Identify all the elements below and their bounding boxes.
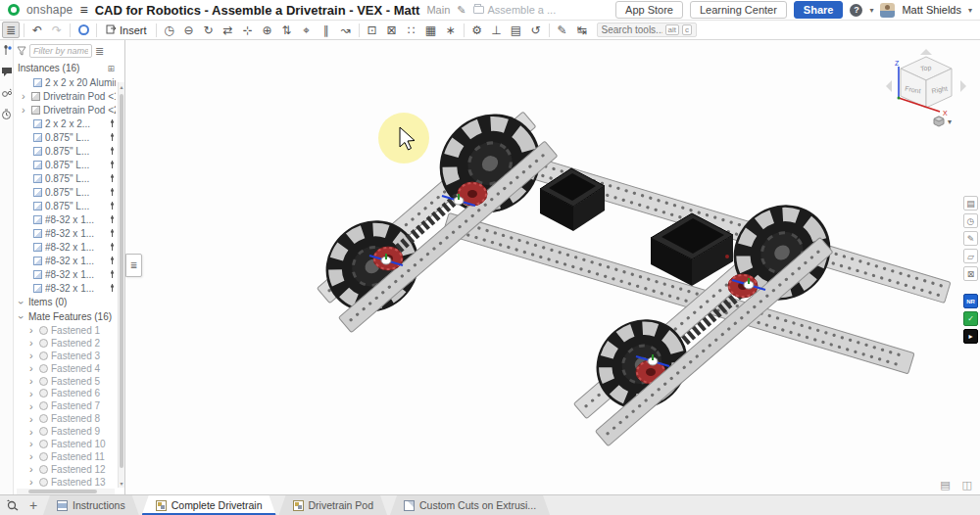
pin-tool-icon[interactable] bbox=[1, 44, 13, 56]
user-caret-icon[interactable]: ▾ bbox=[968, 6, 972, 15]
extension-green-icon[interactable]: ✓ bbox=[963, 311, 978, 326]
mate-fastened-1[interactable]: › Fastened 1 bbox=[14, 324, 124, 337]
instance-0875-l-4[interactable]: › 0.875" L... bbox=[14, 171, 124, 185]
cylindrical-mate-icon[interactable]: ⊕ bbox=[259, 22, 276, 38]
follow-mode-icon[interactable] bbox=[1, 87, 13, 99]
fastened-mate-icon[interactable]: ⊖ bbox=[180, 22, 198, 38]
revolute-mate-icon[interactable]: ↻ bbox=[200, 22, 218, 38]
mate-fastened-10[interactable]: › Fastened 10 bbox=[14, 438, 124, 450]
scroll-down-icon[interactable]: ▾ bbox=[119, 480, 124, 487]
view-options-menu[interactable]: ▾ bbox=[933, 116, 952, 127]
relations-icon[interactable]: ⚙ bbox=[468, 22, 486, 38]
main-menu-icon[interactable]: ≡ bbox=[79, 2, 87, 18]
named-positions-icon[interactable]: ⊥ bbox=[488, 22, 506, 38]
panel-edit-icon[interactable]: ✎ bbox=[963, 231, 978, 246]
mate-connector-icon[interactable]: ◷ bbox=[161, 22, 178, 38]
scroll-up-icon[interactable]: ▴ bbox=[119, 83, 124, 90]
chevron-right-icon[interactable]: › bbox=[29, 337, 36, 349]
redo-button[interactable]: ↷ bbox=[48, 22, 66, 38]
mate-fastened-4[interactable]: › Fastened 4 bbox=[14, 362, 124, 375]
viewcube-arrow-right[interactable] bbox=[960, 80, 966, 92]
add-tab-button[interactable]: + bbox=[24, 495, 43, 515]
mate-fastened-9[interactable]: › Fastened 9 bbox=[14, 425, 124, 438]
instance-drivetrain-pod-1[interactable]: › Drivetrain Pod <1> bbox=[14, 89, 124, 103]
instance-2x2x20-aluminum[interactable]: › 2 x 2 x 20 Aluminu... bbox=[14, 75, 124, 89]
link-icon[interactable]: ✎ bbox=[457, 4, 466, 17]
tangent-mate-icon[interactable]: ↝ bbox=[337, 22, 355, 38]
mate-fastened-5[interactable]: › Fastened 5 bbox=[14, 375, 124, 388]
mate-fastened-2[interactable]: › Fastened 2 bbox=[14, 337, 124, 350]
mate-fastened-11[interactable]: › Fastened 11 bbox=[14, 450, 124, 463]
extension-video-icon[interactable]: ▸ bbox=[963, 329, 978, 344]
instance-2x2x2[interactable]: › 2 x 2 x 2... bbox=[14, 117, 124, 130]
chevron-right-icon[interactable]: › bbox=[29, 388, 36, 399]
chevron-down-icon[interactable]: › bbox=[16, 313, 27, 321]
instance-0875-l-6[interactable]: › 0.875" L... bbox=[14, 199, 124, 212]
assembly-tree-toggle[interactable]: ≣ bbox=[2, 22, 20, 38]
chevron-right-icon[interactable]: › bbox=[29, 438, 36, 449]
share-button[interactable]: Share bbox=[794, 1, 844, 19]
undo-button[interactable]: ↶ bbox=[28, 22, 46, 38]
viewcube-arrow-up[interactable] bbox=[920, 49, 932, 55]
tab-drivetrain-pod[interactable]: Drivetrain Pod bbox=[279, 495, 388, 515]
revert-icon[interactable]: ↺ bbox=[527, 22, 545, 38]
tab-custom-cuts[interactable]: Custom Cuts on Extrusi... bbox=[390, 495, 550, 515]
measure-corner-icon[interactable]: ◫ bbox=[962, 479, 972, 492]
display-states-icon[interactable]: ▦ bbox=[422, 22, 440, 38]
chevron-right-icon[interactable]: › bbox=[22, 90, 28, 102]
linear-pattern-icon[interactable]: ∷ bbox=[403, 22, 420, 38]
drivetrain-assembly-model[interactable] bbox=[126, 40, 980, 494]
view-cube[interactable]: Top Front Right Z X bbox=[877, 45, 975, 123]
comments-icon[interactable] bbox=[1, 66, 13, 77]
chevron-right-icon[interactable]: › bbox=[29, 324, 36, 336]
cross-rail-top[interactable] bbox=[477, 141, 951, 303]
viewcube-arrow-left[interactable] bbox=[886, 80, 892, 92]
group-icon[interactable]: ⊡ bbox=[364, 22, 381, 38]
instance-drivetrain-pod-2[interactable]: › Drivetrain Pod <2> bbox=[14, 103, 124, 117]
instance-832-screw-5[interactable]: › #8-32 x 1... bbox=[14, 267, 124, 281]
extension-blue-icon[interactable]: NR bbox=[963, 294, 978, 308]
search-tools[interactable]: alt c bbox=[597, 23, 697, 37]
exploded-view-icon[interactable]: ∗ bbox=[442, 22, 460, 38]
panel-clean-icon[interactable]: ▱ bbox=[963, 249, 978, 263]
instance-832-screw-3[interactable]: › #8-32 x 1... bbox=[14, 240, 124, 254]
panel-collapse-handle[interactable]: ≣ bbox=[125, 254, 142, 277]
instance-832-screw-2[interactable]: › #8-32 x 1... bbox=[14, 226, 124, 240]
mate-fastened-7[interactable]: › Fastened 7 bbox=[14, 399, 124, 412]
mate-fastened-12[interactable]: › Fastened 12 bbox=[14, 463, 124, 476]
panel-shortcuts-icon[interactable]: ⊠ bbox=[963, 266, 978, 281]
filter-icon[interactable] bbox=[17, 46, 26, 56]
ball-mate-icon[interactable]: ⌖ bbox=[298, 22, 316, 38]
insert-button[interactable]: Insert bbox=[101, 22, 152, 38]
instance-0875-l-5[interactable]: › 0.875" L... bbox=[14, 185, 124, 199]
instance-832-screw-6[interactable]: › #8-32 x 1... bbox=[14, 281, 124, 295]
panel-action-icon[interactable]: ⊞ bbox=[107, 64, 115, 73]
search-tools-input[interactable] bbox=[602, 24, 662, 35]
user-menu[interactable]: Matt Shields bbox=[902, 4, 961, 16]
items-header[interactable]: › Items (0) bbox=[14, 295, 124, 309]
toolbar-icon[interactable] bbox=[549, 23, 550, 37]
app-store-button[interactable]: App Store bbox=[615, 1, 683, 19]
chevron-right-icon[interactable]: › bbox=[29, 413, 36, 425]
chevron-right-icon[interactable]: › bbox=[29, 400, 36, 412]
chevron-down-icon[interactable]: › bbox=[16, 299, 27, 306]
panel-notes-icon[interactable]: ▤ bbox=[963, 196, 978, 211]
panel-vertical-scrollbar[interactable]: ▴ ▾ bbox=[118, 82, 124, 488]
avatar[interactable] bbox=[880, 3, 895, 18]
workspace-name[interactable]: Main bbox=[426, 4, 450, 16]
notes-corner-icon[interactable]: ▤ bbox=[940, 479, 950, 492]
chevron-right-icon[interactable]: › bbox=[29, 350, 36, 361]
planar-mate-icon[interactable]: ⊹ bbox=[239, 22, 257, 38]
instance-832-screw-1[interactable]: › #8-32 x 1... bbox=[14, 212, 124, 226]
chevron-right-icon[interactable]: › bbox=[29, 476, 36, 488]
parallel-mate-icon[interactable]: ∥ bbox=[318, 22, 335, 38]
instance-0875-l-3[interactable]: › 0.875" L... bbox=[14, 158, 124, 171]
instance-832-screw-4[interactable]: › #8-32 x 1... bbox=[14, 254, 124, 267]
instance-0875-l-1[interactable]: › 0.875" L... bbox=[14, 130, 124, 144]
mate-features-header[interactable]: › Mate Features (16) bbox=[14, 309, 124, 324]
toolbar-icon[interactable] bbox=[464, 23, 465, 37]
appearance-icon[interactable]: ✎ bbox=[554, 22, 571, 38]
replicate-icon[interactable]: ⊠ bbox=[383, 22, 401, 38]
history-icon[interactable] bbox=[1, 109, 13, 120]
graphics-area[interactable] bbox=[126, 40, 980, 494]
